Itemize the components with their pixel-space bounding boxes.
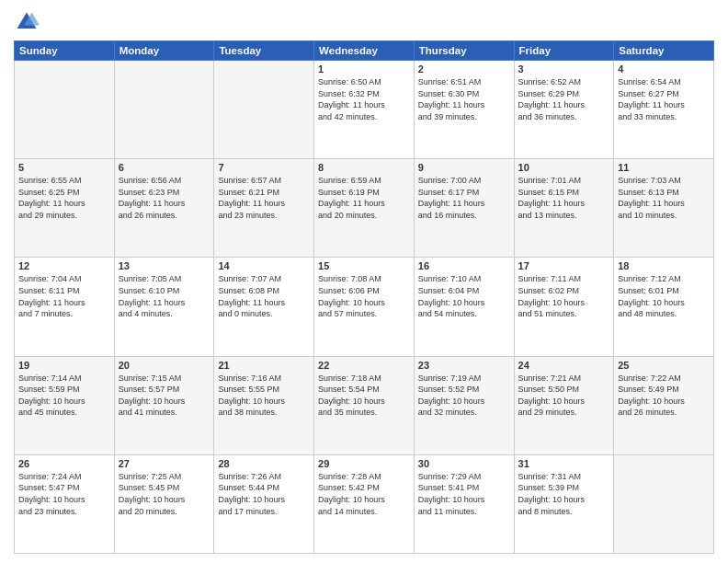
day-number: 16: [418, 260, 510, 271]
day-number: 4: [618, 63, 710, 75]
day-number: 17: [518, 260, 610, 271]
day-info: Sunrise: 7:24 AM Sunset: 5:47 PM Dayligh…: [18, 471, 110, 517]
day-number: 15: [318, 260, 410, 271]
day-info: Sunrise: 7:28 AM Sunset: 5:42 PM Dayligh…: [318, 471, 410, 517]
day-number: 29: [318, 458, 410, 469]
day-info: Sunrise: 7:21 AM Sunset: 5:50 PM Dayligh…: [518, 373, 610, 419]
day-info: Sunrise: 7:22 AM Sunset: 5:49 PM Dayligh…: [618, 373, 710, 419]
day-info: Sunrise: 7:15 AM Sunset: 5:57 PM Dayligh…: [119, 373, 210, 419]
calendar-cell: 16Sunrise: 7:10 AM Sunset: 6:04 PM Dayli…: [414, 258, 514, 356]
day-info: Sunrise: 6:59 AM Sunset: 6:19 PM Dayligh…: [318, 175, 410, 221]
day-info: Sunrise: 6:51 AM Sunset: 6:30 PM Dayligh…: [418, 76, 510, 122]
col-header-saturday: Saturday: [614, 41, 714, 61]
day-number: 14: [218, 260, 310, 271]
day-info: Sunrise: 6:50 AM Sunset: 6:32 PM Dayligh…: [318, 76, 410, 122]
day-info: Sunrise: 6:56 AM Sunset: 6:23 PM Dayligh…: [119, 175, 210, 221]
day-info: Sunrise: 7:04 AM Sunset: 6:11 PM Dayligh…: [18, 273, 110, 319]
col-header-monday: Monday: [114, 41, 214, 61]
calendar-cell: 11Sunrise: 7:03 AM Sunset: 6:13 PM Dayli…: [614, 159, 714, 258]
calendar-week-4: 19Sunrise: 7:14 AM Sunset: 5:59 PM Dayli…: [15, 356, 714, 454]
calendar-cell: 10Sunrise: 7:01 AM Sunset: 6:15 PM Dayli…: [514, 159, 614, 258]
day-number: 30: [418, 458, 510, 469]
day-number: 3: [518, 63, 610, 75]
day-info: Sunrise: 6:57 AM Sunset: 6:21 PM Dayligh…: [218, 175, 310, 221]
day-number: 19: [18, 360, 110, 371]
logo: [14, 9, 41, 35]
calendar-week-2: 5Sunrise: 6:55 AM Sunset: 6:25 PM Daylig…: [15, 159, 714, 258]
day-info: Sunrise: 7:26 AM Sunset: 5:44 PM Dayligh…: [218, 471, 310, 517]
day-info: Sunrise: 6:54 AM Sunset: 6:27 PM Dayligh…: [618, 76, 710, 122]
calendar-table: SundayMondayTuesdayWednesdayThursdayFrid…: [14, 40, 714, 554]
day-number: 13: [119, 260, 210, 271]
day-number: 6: [119, 162, 210, 173]
day-number: 2: [418, 63, 510, 75]
calendar-cell: 15Sunrise: 7:08 AM Sunset: 6:06 PM Dayli…: [314, 258, 415, 356]
day-number: 26: [18, 458, 110, 469]
day-info: Sunrise: 7:11 AM Sunset: 6:02 PM Dayligh…: [518, 273, 610, 319]
day-info: Sunrise: 7:08 AM Sunset: 6:06 PM Dayligh…: [318, 273, 410, 319]
calendar-cell: 13Sunrise: 7:05 AM Sunset: 6:10 PM Dayli…: [114, 258, 214, 356]
day-info: Sunrise: 7:01 AM Sunset: 6:15 PM Dayligh…: [518, 175, 610, 221]
calendar-cell: 9Sunrise: 7:00 AM Sunset: 6:17 PM Daylig…: [414, 159, 514, 258]
day-number: 21: [218, 360, 310, 371]
calendar-cell: 28Sunrise: 7:26 AM Sunset: 5:44 PM Dayli…: [214, 454, 314, 553]
calendar-cell: 26Sunrise: 7:24 AM Sunset: 5:47 PM Dayli…: [15, 454, 115, 553]
calendar-cell: 25Sunrise: 7:22 AM Sunset: 5:49 PM Dayli…: [614, 356, 714, 454]
day-number: 9: [418, 162, 510, 173]
calendar-cell: 24Sunrise: 7:21 AM Sunset: 5:50 PM Dayli…: [514, 356, 614, 454]
calendar-cell: 21Sunrise: 7:16 AM Sunset: 5:55 PM Dayli…: [214, 356, 314, 454]
day-number: 18: [618, 260, 710, 271]
calendar-cell: 17Sunrise: 7:11 AM Sunset: 6:02 PM Dayli…: [514, 258, 614, 356]
day-number: 28: [218, 458, 310, 469]
day-number: 5: [18, 162, 110, 173]
logo-icon: [14, 9, 40, 35]
calendar-cell: 5Sunrise: 6:55 AM Sunset: 6:25 PM Daylig…: [15, 159, 115, 258]
calendar-cell: 30Sunrise: 7:29 AM Sunset: 5:41 PM Dayli…: [414, 454, 514, 553]
day-number: 31: [518, 458, 610, 469]
day-number: 12: [18, 260, 110, 271]
day-info: Sunrise: 7:10 AM Sunset: 6:04 PM Dayligh…: [418, 273, 510, 319]
day-info: Sunrise: 7:03 AM Sunset: 6:13 PM Dayligh…: [618, 175, 710, 221]
day-info: Sunrise: 7:12 AM Sunset: 6:01 PM Dayligh…: [618, 273, 710, 319]
calendar-week-3: 12Sunrise: 7:04 AM Sunset: 6:11 PM Dayli…: [15, 258, 714, 356]
header: [14, 9, 714, 35]
col-header-wednesday: Wednesday: [314, 41, 415, 61]
calendar-cell: 19Sunrise: 7:14 AM Sunset: 5:59 PM Dayli…: [15, 356, 115, 454]
day-info: Sunrise: 7:19 AM Sunset: 5:52 PM Dayligh…: [418, 373, 510, 419]
calendar-cell: [15, 61, 115, 159]
calendar-cell: 4Sunrise: 6:54 AM Sunset: 6:27 PM Daylig…: [614, 61, 714, 159]
calendar-cell: [614, 454, 714, 553]
calendar-cell: 8Sunrise: 6:59 AM Sunset: 6:19 PM Daylig…: [314, 159, 415, 258]
calendar-cell: 6Sunrise: 6:56 AM Sunset: 6:23 PM Daylig…: [114, 159, 214, 258]
day-number: 23: [418, 360, 510, 371]
day-info: Sunrise: 7:29 AM Sunset: 5:41 PM Dayligh…: [418, 471, 510, 517]
calendar-cell: 1Sunrise: 6:50 AM Sunset: 6:32 PM Daylig…: [314, 61, 415, 159]
day-info: Sunrise: 7:05 AM Sunset: 6:10 PM Dayligh…: [119, 273, 210, 319]
col-header-friday: Friday: [514, 41, 614, 61]
calendar-week-5: 26Sunrise: 7:24 AM Sunset: 5:47 PM Dayli…: [15, 454, 714, 553]
day-info: Sunrise: 7:31 AM Sunset: 5:39 PM Dayligh…: [518, 471, 610, 517]
day-info: Sunrise: 7:07 AM Sunset: 6:08 PM Dayligh…: [218, 273, 310, 319]
calendar-cell: 22Sunrise: 7:18 AM Sunset: 5:54 PM Dayli…: [314, 356, 415, 454]
col-header-tuesday: Tuesday: [214, 41, 314, 61]
day-number: 11: [618, 162, 710, 173]
day-number: 27: [119, 458, 210, 469]
day-number: 7: [218, 162, 310, 173]
calendar-cell: [214, 61, 314, 159]
page: SundayMondayTuesdayWednesdayThursdayFrid…: [0, 0, 728, 563]
day-number: 1: [318, 63, 410, 75]
calendar-cell: [114, 61, 214, 159]
day-info: Sunrise: 6:55 AM Sunset: 6:25 PM Dayligh…: [18, 175, 110, 221]
day-number: 24: [518, 360, 610, 371]
day-info: Sunrise: 7:14 AM Sunset: 5:59 PM Dayligh…: [18, 373, 110, 419]
day-info: Sunrise: 7:16 AM Sunset: 5:55 PM Dayligh…: [218, 373, 310, 419]
calendar-cell: 20Sunrise: 7:15 AM Sunset: 5:57 PM Dayli…: [114, 356, 214, 454]
day-number: 22: [318, 360, 410, 371]
calendar-cell: 29Sunrise: 7:28 AM Sunset: 5:42 PM Dayli…: [314, 454, 415, 553]
day-info: Sunrise: 7:00 AM Sunset: 6:17 PM Dayligh…: [418, 175, 510, 221]
calendar-week-1: 1Sunrise: 6:50 AM Sunset: 6:32 PM Daylig…: [15, 61, 714, 159]
calendar-cell: 3Sunrise: 6:52 AM Sunset: 6:29 PM Daylig…: [514, 61, 614, 159]
calendar-cell: 31Sunrise: 7:31 AM Sunset: 5:39 PM Dayli…: [514, 454, 614, 553]
calendar-cell: 18Sunrise: 7:12 AM Sunset: 6:01 PM Dayli…: [614, 258, 714, 356]
day-number: 10: [518, 162, 610, 173]
